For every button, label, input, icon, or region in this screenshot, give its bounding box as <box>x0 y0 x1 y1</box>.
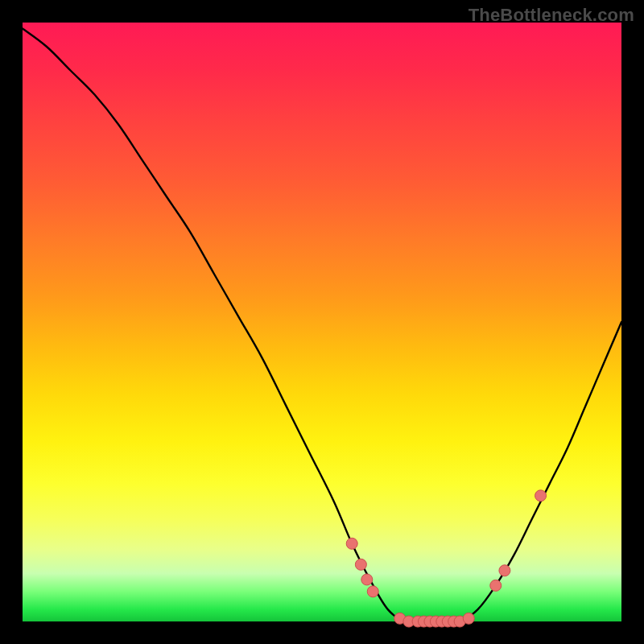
curve-marker <box>361 574 373 585</box>
curve-marker <box>346 538 357 549</box>
curve-marker <box>355 559 366 570</box>
curve-svg <box>23 23 621 621</box>
chart-stage: TheBottleneck.com <box>0 0 644 644</box>
curve-marker <box>499 565 510 576</box>
plot-area <box>23 23 621 621</box>
bottleneck-curve <box>23 28 621 622</box>
curve-marker <box>535 490 547 502</box>
curve-marker <box>463 613 474 624</box>
curve-marker <box>367 586 378 597</box>
curve-marker <box>490 580 502 591</box>
curve-markers <box>346 490 546 627</box>
